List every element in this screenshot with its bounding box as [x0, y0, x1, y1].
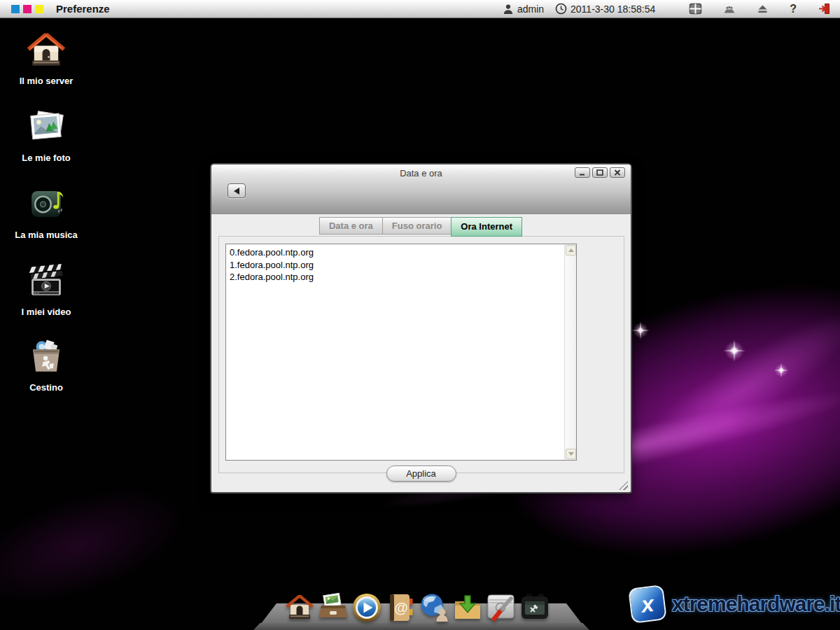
dock-disk-utility-icon[interactable] [486, 592, 517, 623]
dock-icon [723, 4, 736, 15]
username: admin [517, 4, 544, 15]
blue-square [11, 5, 20, 13]
clock-display: 2011-3-30 18:58:54 [555, 3, 655, 15]
datetime-text: 2011-3-30 18:58:54 [570, 4, 655, 15]
dialog-titlebar[interactable]: Data e ora [211, 164, 631, 214]
user-icon [503, 4, 514, 15]
sparkle-star [631, 321, 650, 340]
dialog-title: Data e ora [211, 168, 631, 178]
photos-icon [26, 106, 66, 147]
ntp-server-entry: 1.fedora.pool.ntp.org [230, 259, 561, 272]
close-button[interactable] [610, 167, 625, 178]
dock-contacts-icon[interactable]: @ [385, 592, 416, 623]
apply-button[interactable]: Applica [386, 465, 456, 482]
sparkle-star [723, 340, 746, 363]
logout-icon [818, 3, 830, 15]
desktop-icon-label: Cestino [6, 382, 87, 393]
show-desktop-button[interactable] [689, 3, 702, 15]
top-menubar: Preferenze admin 2011-3-30 18:58:54 ? [0, 0, 840, 18]
user-menu[interactable]: admin [503, 4, 544, 15]
ntp-server-entry: 2.fedora.pool.ntp.org [230, 271, 561, 284]
magenta-square [23, 5, 31, 13]
back-button[interactable] [227, 183, 246, 198]
window-grid-icon [689, 3, 702, 15]
ntp-server-list[interactable]: 0.fedora.pool.ntp.org 1.fedora.pool.ntp.… [225, 244, 577, 461]
back-arrow-icon [234, 188, 239, 195]
dock-home-icon[interactable] [284, 592, 315, 623]
xtremehardware-watermark: x xtremehardware.it [630, 587, 840, 622]
desktop-icon-my-music[interactable]: La mia musica [6, 183, 87, 240]
trash-icon [26, 336, 66, 377]
home-icon [26, 29, 66, 70]
clock-icon [555, 3, 567, 15]
dock-backup-tools-icon[interactable] [519, 592, 550, 623]
help-button[interactable]: ? [790, 3, 797, 15]
desktop-icon-label: Il mio server [6, 76, 87, 86]
maximize-button[interactable] [592, 167, 608, 178]
resize-grip[interactable] [619, 481, 628, 490]
eject-button[interactable] [757, 4, 769, 14]
desktop-icon-my-photos[interactable]: Le mie foto [6, 106, 87, 163]
ntp-server-entry: 0.fedora.pool.ntp.org [230, 246, 561, 259]
scroll-up-button[interactable] [566, 245, 576, 255]
date-time-dialog: Data e ora Data e ora Fuso orario Ora In… [210, 163, 632, 493]
list-scrollbar[interactable] [564, 244, 576, 460]
dock-photos-icon[interactable] [318, 592, 349, 623]
dock-toggle-button[interactable] [723, 4, 736, 15]
chevron-up-icon [568, 248, 574, 252]
dock-downloads-icon[interactable] [452, 592, 483, 623]
page-title: Preferenze [56, 3, 110, 15]
close-icon [614, 169, 621, 176]
dock-network-icon[interactable] [419, 592, 449, 623]
minimize-button[interactable] [575, 167, 590, 178]
videos-icon [26, 260, 66, 301]
maximize-icon [596, 169, 603, 176]
chevron-down-icon [568, 452, 574, 456]
desktop-icon-label: I miei video [6, 307, 87, 317]
eject-icon [757, 4, 769, 14]
tab-fuso-orario[interactable]: Fuso orario [382, 217, 452, 234]
window-controls [575, 167, 625, 178]
desktop-icon-label: Le mie foto [6, 153, 87, 163]
settings-tabbar: Data e ora Fuso orario Ora Internet [211, 217, 631, 237]
svg-text:@: @ [394, 600, 408, 615]
dock-platform-front [253, 623, 589, 630]
sparkle-star [774, 363, 789, 378]
scroll-down-button[interactable] [566, 449, 576, 459]
dock-media-player-icon[interactable] [351, 592, 382, 623]
dock: @ [284, 592, 550, 623]
minimize-icon [579, 169, 586, 176]
logout-button[interactable] [818, 3, 830, 15]
brand-logo-squares [11, 5, 43, 13]
desktop-icon-my-server[interactable]: Il mio server [6, 29, 87, 86]
yellow-square [35, 5, 43, 13]
logo-letter: x [640, 591, 655, 618]
desktop-icon-trash[interactable]: Cestino [6, 336, 87, 393]
desktop-icon-my-videos[interactable]: I miei video [6, 260, 87, 317]
desktop-icon-label: La mia musica [6, 230, 87, 240]
xtremehardware-logo-icon: x [628, 584, 667, 624]
tab-data-e-ora[interactable]: Data e ora [319, 217, 383, 234]
music-icon [26, 183, 66, 224]
tab-ora-internet[interactable]: Ora Internet [451, 217, 522, 237]
watermark-text: xtremehardware.it [672, 592, 840, 616]
